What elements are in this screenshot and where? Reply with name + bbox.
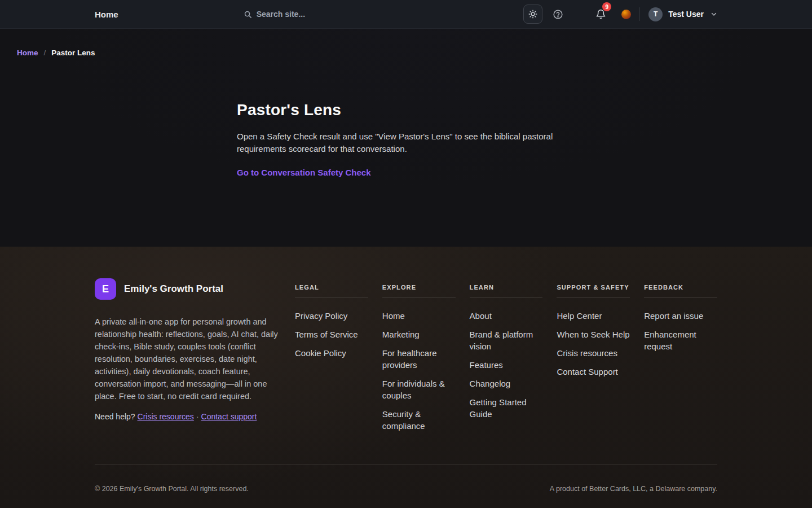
breadcrumb-separator: / [44, 49, 46, 57]
navbar-divider [639, 7, 639, 21]
footer-column-links: About Brand & platform vision Features C… [470, 310, 543, 420]
chevron-down-icon [710, 11, 717, 17]
footer-column-header: Support & Safety [557, 278, 630, 297]
footer-column-header: Feedback [644, 278, 717, 297]
footer-column-header: Learn [470, 278, 543, 297]
navbar-container: Home [95, 0, 717, 28]
page-content: Pastor's Lens Open a Safety Check result… [237, 57, 575, 178]
nav-home-link[interactable]: Home [95, 10, 118, 19]
brand-logo-icon: E [95, 278, 116, 300]
footer-link[interactable]: For healthcare providers [382, 347, 456, 371]
footer-link[interactable]: For individuals & couples [382, 378, 456, 401]
footer-brand-column: E Emily's Growth Portal A private all-in… [95, 278, 281, 432]
navbar-actions: 9 T Test User [523, 5, 717, 24]
footer-column-legal: Legal Privacy Policy Terms of Service Co… [295, 278, 368, 432]
breadcrumb: Home / Pastor Lens [0, 29, 812, 57]
crisis-resources-link[interactable]: Crisis resources [138, 412, 194, 421]
main-section: Home / Pastor Lens Pastor's Lens Open a … [0, 29, 812, 247]
theme-toggle-button[interactable] [523, 5, 542, 24]
footer-column-explore: Explore Home Marketing For healthcare pr… [382, 278, 456, 432]
footer-link[interactable]: About [470, 310, 543, 322]
help-icon [553, 9, 563, 20]
mini-avatar-icon[interactable] [621, 10, 631, 19]
footer: E Emily's Growth Portal A private all-in… [0, 247, 812, 508]
notification-badge: 9 [602, 2, 611, 11]
need-help-label: Need help? [95, 412, 135, 421]
footer-link[interactable]: Marketing [382, 329, 456, 340]
breadcrumb-home-link[interactable]: Home [17, 49, 38, 57]
sun-icon [528, 10, 537, 19]
footer-link[interactable]: Contact Support [557, 366, 630, 378]
footer-link[interactable]: Report an issue [644, 310, 717, 322]
user-avatar: T [648, 7, 663, 21]
footer-link[interactable]: Getting Started Guide [470, 396, 543, 420]
notifications-button[interactable]: 9 [591, 5, 610, 24]
help-button[interactable] [548, 5, 567, 24]
footer-link[interactable]: Home [382, 310, 456, 322]
user-name: Test User [668, 10, 704, 19]
footer-link[interactable]: Enhancement request [644, 329, 717, 352]
footer-link[interactable]: Cookie Policy [295, 347, 368, 359]
footer-link[interactable]: Privacy Policy [295, 310, 368, 322]
footer-link[interactable]: Security & compliance [382, 408, 456, 432]
company-text: A product of Better Cards, LLC, a Delawa… [550, 485, 717, 493]
go-to-safety-check-link[interactable]: Go to Conversation Safety Check [237, 168, 371, 177]
contact-support-link[interactable]: Contact support [201, 412, 257, 421]
brand-description: A private all-in-one app for personal gr… [95, 316, 281, 402]
footer-link[interactable]: When to Seek Help [557, 329, 630, 340]
footer-column-links: Home Marketing For healthcare providers … [382, 310, 456, 432]
page-title: Pastor's Lens [237, 101, 575, 119]
footer-column-links: Privacy Policy Terms of Service Cookie P… [295, 310, 368, 359]
top-navbar: Home [0, 0, 812, 29]
footer-column-header: Legal [295, 278, 368, 297]
footer-link[interactable]: Help Center [557, 310, 630, 322]
footer-link[interactable]: Terms of Service [295, 329, 368, 340]
footer-column-header: Explore [382, 278, 456, 297]
footer-link[interactable]: Changelog [470, 378, 543, 389]
footer-link[interactable]: Features [470, 359, 543, 371]
search-input[interactable] [257, 10, 392, 19]
footer-grid: E Emily's Growth Portal A private all-in… [95, 278, 717, 432]
footer-column-links: Help Center When to Seek Help Crisis res… [557, 310, 630, 378]
page-description: Open a Safety Check result and use "View… [237, 130, 575, 155]
search-icon [244, 10, 252, 19]
footer-container: E Emily's Growth Portal A private all-in… [95, 247, 717, 493]
footer-brand: E Emily's Growth Portal [95, 278, 281, 300]
footer-column-feedback: Feedback Report an issue Enhancement req… [644, 278, 717, 432]
footer-column-links: Report an issue Enhancement request [644, 310, 717, 352]
footer-bottom-bar: © 2026 Emily's Growth Portal. All rights… [95, 465, 717, 493]
footer-column-learn: Learn About Brand & platform vision Feat… [470, 278, 543, 432]
copyright-text: © 2026 Emily's Growth Portal. All rights… [95, 485, 249, 493]
footer-link[interactable]: Crisis resources [557, 347, 630, 359]
breadcrumb-current: Pastor Lens [51, 49, 95, 57]
dot-separator: · [196, 412, 199, 421]
brand-name: Emily's Growth Portal [124, 283, 223, 295]
site-search[interactable] [244, 10, 413, 19]
need-help-row: Need help? Crisis resources·Contact supp… [95, 412, 281, 421]
user-menu[interactable]: T Test User [648, 7, 717, 21]
footer-link[interactable]: Brand & platform vision [470, 329, 543, 352]
footer-column-support-safety: Support & Safety Help Center When to See… [557, 278, 630, 432]
